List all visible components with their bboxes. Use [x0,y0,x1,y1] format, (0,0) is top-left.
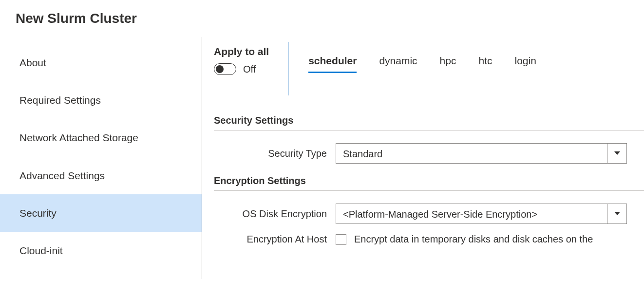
chevron-down-icon [607,144,626,163]
sidebar-item-advanced-settings[interactable]: Advanced Settings [0,157,202,194]
sidebar-item-network-attached-storage[interactable]: Network Attached Storage [0,119,202,156]
apply-to-all-group: Apply to all Off [214,46,288,75]
toggle-knob-icon [216,65,224,73]
security-settings-header: Security Settings [214,115,644,130]
security-type-label: Security Type [214,148,336,159]
sidebar-item-required-settings[interactable]: Required Settings [0,81,202,119]
encryption-at-host-description: Encrypt data in temporary disks and disk… [354,234,593,245]
encryption-at-host-label: Encryption At Host [214,234,336,245]
os-disk-encryption-row: OS Disk Encryption <Platform-Managed Ser… [214,204,644,224]
chevron-down-icon [607,204,626,224]
tab-scheduler[interactable]: scheduler [308,55,357,73]
apply-to-all-toggle-row: Off [214,63,269,75]
content-area: About Required Settings Network Attached… [0,37,644,279]
sidebar-item-security[interactable]: Security [0,194,202,232]
main-panel: Apply to all Off scheduler dynamic hpc h… [202,37,644,279]
os-disk-encryption-label: OS Disk Encryption [214,208,336,220]
security-type-row: Security Type Standard [214,143,644,164]
encryption-at-host-checkbox[interactable] [336,234,346,245]
encryption-at-host-row: Encryption At Host Encrypt data in tempo… [214,234,644,245]
os-disk-encryption-dropdown[interactable]: <Platform-Managed Server-Side Encryption… [336,204,627,224]
tab-hpc[interactable]: hpc [440,55,456,73]
top-row: Apply to all Off scheduler dynamic hpc h… [214,46,644,95]
tab-separator [288,42,289,95]
apply-to-all-state: Off [243,64,256,75]
page-title: New Slurm Cluster [0,0,644,26]
node-tabs: scheduler dynamic hpc htc login [308,46,536,73]
encryption-settings-section: Encryption Settings OS Disk Encryption <… [214,175,644,245]
encryption-at-host-control: Encrypt data in temporary disks and disk… [336,234,593,245]
apply-to-all-label: Apply to all [214,46,269,57]
encryption-settings-header: Encryption Settings [214,175,644,191]
tab-dynamic[interactable]: dynamic [379,55,417,73]
tab-login[interactable]: login [514,55,536,73]
security-type-dropdown[interactable]: Standard [336,143,627,164]
sidebar-item-cloud-init[interactable]: Cloud-init [0,232,202,269]
apply-to-all-toggle[interactable] [214,63,236,75]
tab-htc[interactable]: htc [478,55,492,73]
security-settings-section: Security Settings Security Type Standard [214,115,644,164]
security-type-value: Standard [336,144,607,163]
sidebar-item-about[interactable]: About [0,44,202,81]
sidebar: About Required Settings Network Attached… [0,37,202,279]
os-disk-encryption-value: <Platform-Managed Server-Side Encryption… [336,204,607,224]
